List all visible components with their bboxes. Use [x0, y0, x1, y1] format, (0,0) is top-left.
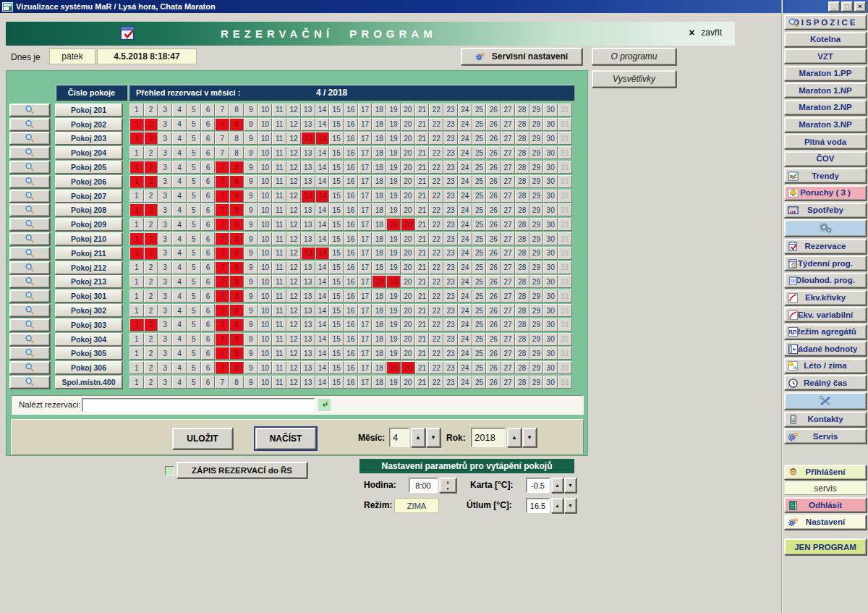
day-cell[interactable]: 12 — [286, 376, 301, 389]
day-cell[interactable]: 19 — [386, 333, 401, 346]
day-cell[interactable]: 3 — [158, 275, 172, 288]
day-cell[interactable]: 10 — [258, 146, 273, 159]
day-cell[interactable]: 4 — [172, 175, 187, 188]
day-cell[interactable]: 7 — [215, 289, 229, 303]
day-cell[interactable]: 14 — [315, 289, 330, 303]
day-cell[interactable]: 9 — [244, 132, 258, 145]
day-cell[interactable]: 28 — [515, 275, 529, 288]
day-cell[interactable]: 23 — [443, 261, 458, 274]
day-cell[interactable]: 25 — [472, 275, 487, 288]
day-cell[interactable]: 31 — [558, 275, 572, 288]
day-cell[interactable]: 28 — [515, 175, 529, 188]
day-cell[interactable]: 26 — [486, 361, 501, 374]
day-cell[interactable]: 3 — [158, 376, 172, 389]
day-cell[interactable]: 10 — [258, 232, 273, 245]
day-cell[interactable]: 21 — [415, 218, 430, 231]
day-cell[interactable]: 3 — [158, 347, 172, 360]
day-cell[interactable]: 4 — [172, 232, 187, 245]
day-cell[interactable]: 23 — [443, 361, 458, 374]
day-cell[interactable]: 31 — [558, 132, 572, 145]
day-cell[interactable]: 22 — [429, 132, 443, 145]
day-cell[interactable]: 14 — [315, 376, 330, 389]
day-cell[interactable]: 13 — [301, 361, 315, 374]
day-cell[interactable]: 23 — [443, 304, 458, 317]
day-cell[interactable]: 1 — [129, 376, 144, 389]
day-cell[interactable]: 17 — [358, 232, 373, 245]
day-cell[interactable]: 3 — [158, 361, 172, 374]
day-cell[interactable]: 30 — [543, 103, 558, 117]
day-cell[interactable]: 9 — [244, 146, 258, 159]
day-cell[interactable]: 16 — [344, 146, 358, 159]
day-cell[interactable]: 9 — [244, 261, 258, 274]
day-cell[interactable]: 29 — [529, 347, 544, 360]
day-cell[interactable]: 7 — [215, 347, 229, 360]
day-cell[interactable]: 18 — [372, 304, 386, 317]
day-cell[interactable]: 24 — [458, 333, 472, 346]
day-cell[interactable]: 15 — [329, 146, 344, 159]
room-zoom-button[interactable] — [9, 289, 50, 303]
day-cell[interactable]: 10 — [258, 333, 273, 346]
day-cell[interactable]: 18 — [372, 376, 386, 389]
day-cell[interactable]: 14 — [315, 361, 330, 374]
day-cell[interactable]: 28 — [515, 318, 529, 331]
day-cell[interactable]: 2 — [144, 275, 158, 288]
day-cell[interactable]: 31 — [558, 103, 572, 117]
day-cell[interactable]: 1 — [129, 275, 144, 288]
day-cell[interactable]: 23 — [443, 376, 458, 389]
search-input[interactable] — [82, 398, 315, 412]
room-button[interactable]: Pokoj 303 — [55, 318, 122, 331]
day-cell[interactable]: 13 — [301, 161, 315, 174]
day-cell[interactable]: 1 — [129, 118, 144, 131]
day-cell[interactable]: 25 — [472, 261, 487, 274]
day-cell[interactable]: 3 — [158, 146, 172, 159]
day-cell[interactable]: 11 — [272, 347, 286, 360]
day-cell[interactable]: 30 — [543, 232, 558, 245]
day-cell[interactable]: 16 — [344, 175, 358, 188]
day-cell[interactable]: 21 — [415, 304, 430, 317]
day-cell[interactable]: 27 — [501, 289, 515, 303]
day-cell[interactable]: 5 — [187, 289, 201, 303]
day-cell[interactable]: 3 — [158, 289, 172, 303]
day-cell[interactable]: 3 — [158, 218, 172, 231]
day-cell[interactable]: 3 — [158, 261, 172, 274]
day-cell[interactable]: 16 — [344, 361, 358, 374]
day-cell[interactable]: 13 — [301, 175, 315, 188]
room-button[interactable]: Pokoj 207 — [55, 190, 122, 203]
day-cell[interactable]: 27 — [501, 247, 515, 260]
day-cell[interactable]: 28 — [515, 218, 529, 231]
day-cell[interactable]: 7 — [215, 333, 229, 346]
day-cell[interactable]: 15 — [329, 161, 344, 174]
day-cell[interactable]: 3 — [158, 118, 172, 131]
service-settings-button[interactable]: Servisní nastavení — [461, 48, 582, 65]
day-cell[interactable]: 8 — [229, 261, 244, 274]
day-cell[interactable]: 10 — [258, 289, 273, 303]
day-cell[interactable]: 17 — [358, 103, 373, 117]
room-zoom-button[interactable] — [9, 203, 50, 216]
sidebar-item-jen-program[interactable]: JEN PROGRAM — [784, 538, 867, 555]
day-cell[interactable]: 3 — [158, 103, 172, 117]
day-cell[interactable]: 18 — [372, 203, 386, 216]
day-cell[interactable]: 28 — [515, 333, 529, 346]
day-cell[interactable]: 20 — [401, 289, 415, 303]
day-cell[interactable]: 17 — [358, 361, 373, 374]
day-cell[interactable]: 30 — [543, 333, 558, 346]
day-cell[interactable]: 9 — [244, 232, 258, 245]
day-cell[interactable]: 1 — [129, 318, 144, 331]
day-cell[interactable]: 11 — [272, 333, 286, 346]
day-cell[interactable]: 16 — [344, 289, 358, 303]
day-cell[interactable]: 1 — [129, 261, 144, 274]
day-cell[interactable]: 21 — [415, 175, 430, 188]
day-cell[interactable]: 15 — [329, 347, 344, 360]
write-to-rs-button[interactable]: ZÁPIS REZERVACÍ do ŘS — [176, 462, 307, 478]
day-cell[interactable]: 28 — [515, 203, 529, 216]
day-cell[interactable]: 13 — [301, 247, 315, 260]
day-cell[interactable]: 24 — [458, 118, 472, 131]
day-cell[interactable]: 5 — [187, 247, 201, 260]
day-cell[interactable]: 18 — [372, 318, 386, 331]
day-cell[interactable]: 4 — [172, 275, 187, 288]
day-cell[interactable]: 21 — [415, 232, 430, 245]
day-cell[interactable]: 16 — [344, 203, 358, 216]
day-cell[interactable]: 6 — [201, 161, 216, 174]
day-cell[interactable]: 11 — [272, 261, 286, 274]
day-cell[interactable]: 27 — [501, 333, 515, 346]
